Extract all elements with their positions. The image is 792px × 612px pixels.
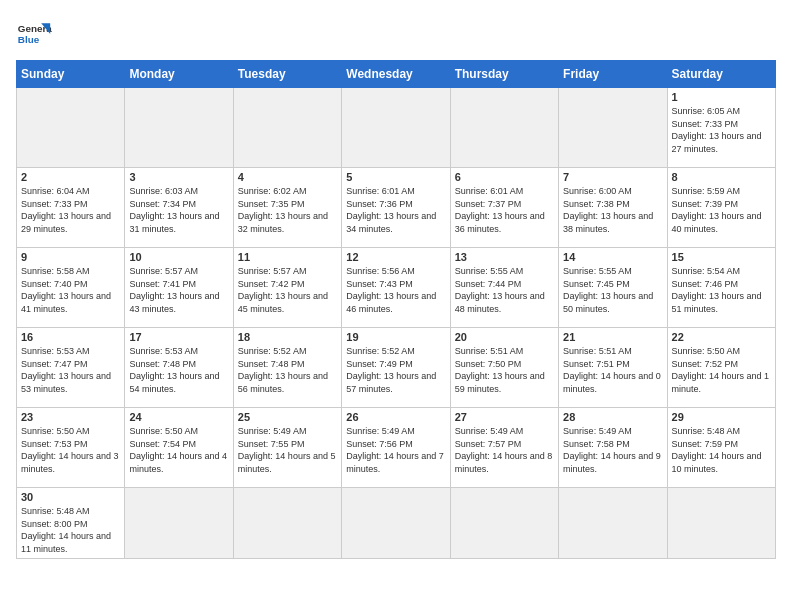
day-info: Sunrise: 6:02 AM Sunset: 7:35 PM Dayligh… <box>238 185 337 235</box>
day-number: 30 <box>21 491 120 503</box>
day-number: 25 <box>238 411 337 423</box>
day-info: Sunrise: 6:01 AM Sunset: 7:36 PM Dayligh… <box>346 185 445 235</box>
calendar-cell <box>342 488 450 559</box>
calendar-cell: 5Sunrise: 6:01 AM Sunset: 7:36 PM Daylig… <box>342 168 450 248</box>
day-number: 4 <box>238 171 337 183</box>
calendar-cell: 15Sunrise: 5:54 AM Sunset: 7:46 PM Dayli… <box>667 248 775 328</box>
day-info: Sunrise: 5:58 AM Sunset: 7:40 PM Dayligh… <box>21 265 120 315</box>
calendar-cell: 24Sunrise: 5:50 AM Sunset: 7:54 PM Dayli… <box>125 408 233 488</box>
day-info: Sunrise: 5:53 AM Sunset: 7:47 PM Dayligh… <box>21 345 120 395</box>
calendar-row: 9Sunrise: 5:58 AM Sunset: 7:40 PM Daylig… <box>17 248 776 328</box>
day-info: Sunrise: 5:52 AM Sunset: 7:48 PM Dayligh… <box>238 345 337 395</box>
day-info: Sunrise: 5:55 AM Sunset: 7:44 PM Dayligh… <box>455 265 554 315</box>
day-number: 5 <box>346 171 445 183</box>
day-number: 16 <box>21 331 120 343</box>
calendar-cell <box>233 88 341 168</box>
weekday-header: Wednesday <box>342 61 450 88</box>
calendar-cell: 11Sunrise: 5:57 AM Sunset: 7:42 PM Dayli… <box>233 248 341 328</box>
day-number: 15 <box>672 251 771 263</box>
day-number: 1 <box>672 91 771 103</box>
calendar-cell <box>125 88 233 168</box>
day-info: Sunrise: 5:52 AM Sunset: 7:49 PM Dayligh… <box>346 345 445 395</box>
day-info: Sunrise: 5:59 AM Sunset: 7:39 PM Dayligh… <box>672 185 771 235</box>
calendar-cell: 27Sunrise: 5:49 AM Sunset: 7:57 PM Dayli… <box>450 408 558 488</box>
calendar-cell: 12Sunrise: 5:56 AM Sunset: 7:43 PM Dayli… <box>342 248 450 328</box>
day-info: Sunrise: 5:49 AM Sunset: 7:57 PM Dayligh… <box>455 425 554 475</box>
calendar-cell: 25Sunrise: 5:49 AM Sunset: 7:55 PM Dayli… <box>233 408 341 488</box>
calendar-cell: 16Sunrise: 5:53 AM Sunset: 7:47 PM Dayli… <box>17 328 125 408</box>
day-info: Sunrise: 6:04 AM Sunset: 7:33 PM Dayligh… <box>21 185 120 235</box>
calendar-cell <box>559 488 667 559</box>
calendar-cell <box>667 488 775 559</box>
calendar-cell: 21Sunrise: 5:51 AM Sunset: 7:51 PM Dayli… <box>559 328 667 408</box>
day-number: 14 <box>563 251 662 263</box>
day-number: 27 <box>455 411 554 423</box>
calendar-cell <box>233 488 341 559</box>
weekday-header: Saturday <box>667 61 775 88</box>
calendar-cell: 29Sunrise: 5:48 AM Sunset: 7:59 PM Dayli… <box>667 408 775 488</box>
day-info: Sunrise: 5:57 AM Sunset: 7:42 PM Dayligh… <box>238 265 337 315</box>
day-number: 19 <box>346 331 445 343</box>
weekday-header: Monday <box>125 61 233 88</box>
calendar-cell: 10Sunrise: 5:57 AM Sunset: 7:41 PM Dayli… <box>125 248 233 328</box>
day-number: 10 <box>129 251 228 263</box>
weekday-header-row: SundayMondayTuesdayWednesdayThursdayFrid… <box>17 61 776 88</box>
calendar-cell <box>450 88 558 168</box>
calendar-row: 23Sunrise: 5:50 AM Sunset: 7:53 PM Dayli… <box>17 408 776 488</box>
day-info: Sunrise: 5:57 AM Sunset: 7:41 PM Dayligh… <box>129 265 228 315</box>
day-info: Sunrise: 5:49 AM Sunset: 7:58 PM Dayligh… <box>563 425 662 475</box>
day-number: 24 <box>129 411 228 423</box>
calendar-cell: 9Sunrise: 5:58 AM Sunset: 7:40 PM Daylig… <box>17 248 125 328</box>
calendar-cell: 18Sunrise: 5:52 AM Sunset: 7:48 PM Dayli… <box>233 328 341 408</box>
calendar-cell: 14Sunrise: 5:55 AM Sunset: 7:45 PM Dayli… <box>559 248 667 328</box>
day-info: Sunrise: 6:01 AM Sunset: 7:37 PM Dayligh… <box>455 185 554 235</box>
calendar-cell: 1Sunrise: 6:05 AM Sunset: 7:33 PM Daylig… <box>667 88 775 168</box>
day-number: 18 <box>238 331 337 343</box>
calendar-cell: 30Sunrise: 5:48 AM Sunset: 8:00 PM Dayli… <box>17 488 125 559</box>
calendar-cell: 26Sunrise: 5:49 AM Sunset: 7:56 PM Dayli… <box>342 408 450 488</box>
weekday-header: Tuesday <box>233 61 341 88</box>
calendar-cell <box>450 488 558 559</box>
day-info: Sunrise: 5:50 AM Sunset: 7:54 PM Dayligh… <box>129 425 228 475</box>
logo: General Blue <box>16 16 52 52</box>
day-number: 2 <box>21 171 120 183</box>
calendar-row: 1Sunrise: 6:05 AM Sunset: 7:33 PM Daylig… <box>17 88 776 168</box>
day-info: Sunrise: 5:48 AM Sunset: 8:00 PM Dayligh… <box>21 505 120 555</box>
calendar-row: 16Sunrise: 5:53 AM Sunset: 7:47 PM Dayli… <box>17 328 776 408</box>
calendar-cell: 20Sunrise: 5:51 AM Sunset: 7:50 PM Dayli… <box>450 328 558 408</box>
calendar-row: 2Sunrise: 6:04 AM Sunset: 7:33 PM Daylig… <box>17 168 776 248</box>
day-number: 22 <box>672 331 771 343</box>
day-number: 3 <box>129 171 228 183</box>
day-info: Sunrise: 5:51 AM Sunset: 7:50 PM Dayligh… <box>455 345 554 395</box>
calendar-cell <box>17 88 125 168</box>
calendar-cell: 19Sunrise: 5:52 AM Sunset: 7:49 PM Dayli… <box>342 328 450 408</box>
day-info: Sunrise: 5:53 AM Sunset: 7:48 PM Dayligh… <box>129 345 228 395</box>
day-info: Sunrise: 5:48 AM Sunset: 7:59 PM Dayligh… <box>672 425 771 475</box>
logo-icon: General Blue <box>16 16 52 52</box>
calendar-cell: 4Sunrise: 6:02 AM Sunset: 7:35 PM Daylig… <box>233 168 341 248</box>
day-number: 26 <box>346 411 445 423</box>
calendar-cell: 22Sunrise: 5:50 AM Sunset: 7:52 PM Dayli… <box>667 328 775 408</box>
day-info: Sunrise: 5:49 AM Sunset: 7:55 PM Dayligh… <box>238 425 337 475</box>
day-number: 21 <box>563 331 662 343</box>
calendar-row: 30Sunrise: 5:48 AM Sunset: 8:00 PM Dayli… <box>17 488 776 559</box>
calendar-cell <box>559 88 667 168</box>
calendar-cell: 8Sunrise: 5:59 AM Sunset: 7:39 PM Daylig… <box>667 168 775 248</box>
day-info: Sunrise: 5:50 AM Sunset: 7:53 PM Dayligh… <box>21 425 120 475</box>
day-info: Sunrise: 5:49 AM Sunset: 7:56 PM Dayligh… <box>346 425 445 475</box>
calendar-cell: 13Sunrise: 5:55 AM Sunset: 7:44 PM Dayli… <box>450 248 558 328</box>
calendar-cell: 2Sunrise: 6:04 AM Sunset: 7:33 PM Daylig… <box>17 168 125 248</box>
day-info: Sunrise: 6:00 AM Sunset: 7:38 PM Dayligh… <box>563 185 662 235</box>
day-info: Sunrise: 5:55 AM Sunset: 7:45 PM Dayligh… <box>563 265 662 315</box>
svg-text:Blue: Blue <box>18 34 40 45</box>
weekday-header: Thursday <box>450 61 558 88</box>
day-number: 23 <box>21 411 120 423</box>
day-number: 13 <box>455 251 554 263</box>
weekday-header: Friday <box>559 61 667 88</box>
calendar-table: SundayMondayTuesdayWednesdayThursdayFrid… <box>16 60 776 559</box>
day-number: 7 <box>563 171 662 183</box>
calendar-cell: 17Sunrise: 5:53 AM Sunset: 7:48 PM Dayli… <box>125 328 233 408</box>
calendar-cell: 6Sunrise: 6:01 AM Sunset: 7:37 PM Daylig… <box>450 168 558 248</box>
day-number: 20 <box>455 331 554 343</box>
calendar-cell <box>342 88 450 168</box>
